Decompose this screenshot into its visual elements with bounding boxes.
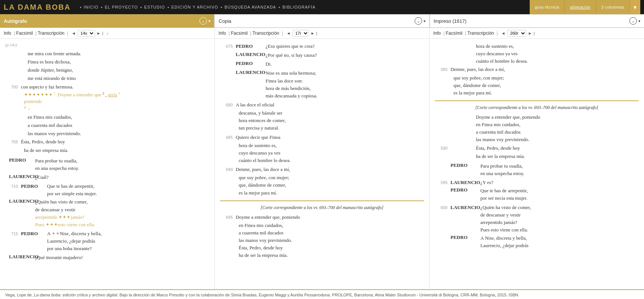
col2-laurencio-text2: Nise es una sola hermosa;Finea las doce …	[266, 69, 424, 100]
col1-sep1: |	[14, 31, 15, 36]
main-content: (p.14v) me mira con frente armada. Finea…	[0, 39, 644, 289]
alineacion-button[interactable]: alineación	[565, 0, 596, 14]
nav-item-edicion[interactable]: EDICIÓN Y ARCHIVO	[171, 5, 218, 9]
col2-num-690: 690	[220, 167, 236, 172]
col3-600-block: 600 LAURENCIO ¿Quién ha visto de comer,d…	[435, 204, 639, 234]
col2-fac-link[interactable]: Facsímil	[231, 31, 248, 36]
col1-page-select[interactable]: 14v	[78, 30, 95, 37]
col2-prev-btn[interactable]: ◄	[287, 31, 291, 35]
col1-num-700: 700	[5, 85, 21, 89]
col1-num4-marker: 4	[24, 106, 26, 112]
col3-circle-icon: ⌄	[629, 17, 637, 25]
col1-fac-link[interactable]: Facsímil	[16, 31, 33, 36]
col3-num-590: 590	[435, 146, 451, 150]
footer: Vega, Lope de, La dama boba: edición crí…	[0, 289, 644, 299]
col3-divider	[435, 100, 639, 101]
col3-info-link[interactable]: Info	[433, 31, 441, 36]
nav-item-inicio[interactable]: INICIO	[84, 5, 99, 9]
col1-sup1: 1	[54, 91, 56, 95]
col1-next2-btn[interactable]: |	[102, 31, 103, 35]
col2-verses-690-block: que soy pobre, con mujer;que, dándome de…	[239, 174, 424, 196]
col2-content: 675 PEDRO ¿Eso quieres que te crea? LAUR…	[215, 39, 430, 289]
col1-content: (p.14v) me mira con frente armada. Finea…	[0, 39, 215, 289]
col2-695-block: 695 Doyme a entender que, poniendo	[220, 214, 424, 221]
col3-sep1: |	[443, 31, 445, 36]
col1-sup3: 3	[118, 92, 120, 97]
columnas-button[interactable]: 3 columnas	[596, 0, 630, 14]
col1-annotation-circle: 4 ○	[24, 105, 209, 112]
col1-circle-icon: ⌄	[199, 17, 207, 25]
col3-next2-btn[interactable]: |	[533, 31, 535, 35]
col1-annotation-block: ✦✦✦✦✦✦✦ 1 Doyme a entender que 2 , sería…	[24, 91, 209, 98]
col2-header: Copia ⌄ ▾	[214, 14, 429, 28]
col3-header-icon[interactable]: ⌄ ▾	[629, 17, 640, 25]
col3-laurencio-speaker2: LAURENCIO	[451, 205, 480, 211]
col1-audio-icon[interactable]: ♪	[106, 30, 109, 36]
navigation: LA DAMA BOBA ● INICIO ● EL PROYECTO ● ES…	[0, 0, 644, 14]
col1-page-nav: ◄ 14v ► |	[71, 30, 104, 37]
col3-trans-link[interactable]: Transcripción	[467, 31, 494, 36]
col1-info-link[interactable]: Info	[4, 31, 11, 36]
col2-toolbar: Info | Facsímil | Transcripción | ◄ 17r …	[215, 28, 430, 38]
col1-num-710: 710	[5, 184, 21, 189]
col2-spacer3	[220, 69, 236, 100]
col2-info-link[interactable]: Info	[219, 31, 226, 36]
col3-page-select[interactable]: 260r	[507, 30, 526, 37]
col1-line-las-manos: las manos voy previniendo.	[28, 130, 209, 137]
col3-dropdown-arrow: ▾	[638, 19, 640, 23]
col2-690-block: 690 Denme, pues, las doce a mí,	[220, 166, 424, 173]
col1-laurencio-block3: LAURENCIO ¡Qué ïnorante majadero!	[5, 254, 209, 261]
col2-next2-btn[interactable]: |	[316, 31, 317, 35]
col2-next-btn[interactable]: ►	[311, 31, 315, 35]
col3-verses-585: que soy pobre, con mujer;que, dándome de…	[453, 74, 639, 97]
footer-text: Vega, Lope de, La dama boba: edición crí…	[5, 293, 518, 297]
col2-header-icon[interactable]: ⌄ ▾	[415, 17, 425, 25]
col1-line-700: con aspecto y faz hermosa.	[21, 83, 73, 91]
col3-num-585: 585	[435, 67, 451, 72]
col2-675-block: 675 PEDRO ¿Eso quieres que te crea?	[220, 43, 424, 50]
col2-page-nav: ◄ 17r ► |	[286, 30, 318, 37]
col1-laurencio-block2: LAURENCIO ¿Quién has visto de comer,de d…	[5, 198, 209, 228]
nav-item-bibliografia[interactable]: BIBLIOGRAFÍA	[282, 5, 315, 9]
col3-pedro-text1: Para probar tu osadía,en una sospecha es…	[480, 162, 639, 177]
col1-annotation-markers: ✦✦✦✦✦✦✦	[24, 92, 53, 97]
col1-sería: sería	[108, 92, 117, 97]
col3-sep2: |	[465, 31, 466, 36]
col1-pedro-speaker3: PEDRO	[21, 231, 47, 237]
nav-dot-3: ●	[140, 6, 142, 9]
col1-header-icon[interactable]: ⌄ ▾	[199, 17, 210, 25]
col1-line-en-finea: en Finea mis cuidados,	[28, 113, 209, 121]
col1-header-label: Autógrafo	[4, 18, 199, 24]
col2-trans-link[interactable]: Transcripción	[253, 31, 279, 36]
col1-line-3: donde Júpiter, benigno,	[28, 66, 209, 74]
nav-item-proyecto[interactable]: EL PROYECTO	[105, 5, 138, 9]
col1-pedro-block2-num: 710 PEDRO Que te has de arrepentir,por s…	[5, 183, 209, 197]
col1-pedro-speaker2: PEDRO	[21, 183, 47, 189]
col2-divider	[220, 200, 424, 201]
col1-prev-btn[interactable]: ◄	[72, 31, 76, 35]
nav-item-busqueda[interactable]: BÚSQUEDA AVANZADA	[225, 5, 276, 9]
nav-dot-2: ●	[101, 6, 103, 9]
col3-laurencio-speaker1: LAURENCIO	[451, 180, 480, 186]
col3-pedro-block1: PEDRO Para probar tu osadía,en una sospe…	[435, 162, 639, 177]
col3-pedro-text2: Que te has de arrepentir,por ser necia e…	[480, 187, 639, 202]
nav-item-estudio[interactable]: ESTUDIO	[144, 5, 165, 9]
col1-toolbar: Info | Facsímil | Transcripción | ◄ 14v …	[0, 28, 215, 38]
col1-annotation-line2: poniendo	[24, 99, 209, 105]
col1-dropdown-arrow: ▾	[208, 19, 210, 23]
nav-dropdown-arrow[interactable]: ▾	[630, 0, 640, 14]
col3-next-btn[interactable]: ►	[528, 31, 532, 35]
col3-num-600: 600	[435, 205, 451, 210]
col1-trans-link[interactable]: Transcripción	[38, 31, 65, 36]
col2-sep3: |	[282, 31, 283, 36]
col1-pedro-text1: Para probar tu osadía,en una sospecha es…	[35, 157, 209, 172]
col1-pedro-block3-num: 715 PEDRO A ✦✦Nise, discreta y bella,Lau…	[5, 230, 209, 252]
guia-tecnica-button[interactable]: guía técnica	[530, 0, 565, 14]
col1-pedro-text2: Que te has de arrepentir,por ser simple …	[47, 183, 209, 197]
col2-sep1: |	[229, 31, 230, 36]
col2-pedro-speaker1: PEDRO	[236, 43, 266, 49]
col2-page-select[interactable]: 17r	[292, 30, 309, 37]
col1-next-btn[interactable]: ►	[97, 31, 101, 35]
col3-fac-link[interactable]: Facsímil	[446, 31, 462, 36]
col3-prev-btn[interactable]: ◄	[501, 31, 505, 35]
